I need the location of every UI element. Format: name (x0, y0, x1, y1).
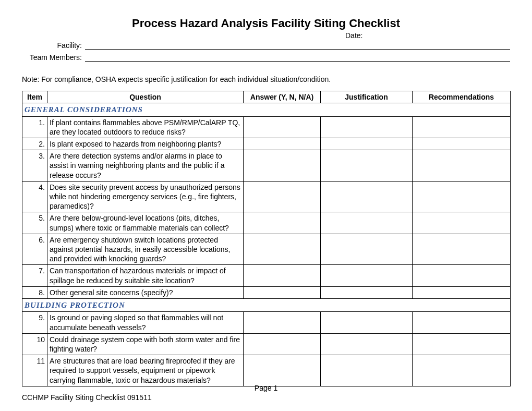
page-footer: Page 1 CCHMP Facility Siting Checklist 0… (22, 384, 510, 402)
doc-id: CCHMP Facility Siting Checklist 091511 (22, 393, 510, 402)
answer-cell (244, 265, 321, 286)
date-label: Date: (345, 31, 362, 40)
justification-cell (321, 234, 413, 265)
recommendations-cell (413, 138, 511, 150)
page-number: Page 1 (22, 384, 510, 392)
table-row: 6.Are emergency shutdown switch location… (22, 234, 511, 265)
item-number: 8. (22, 286, 47, 298)
section-header: GENERAL CONSIDERATIONS (22, 103, 511, 117)
answer-cell (244, 286, 321, 298)
table-row: 4.Does site security prevent access by u… (22, 181, 511, 212)
table-row: 10Could drainage system cope with both s… (22, 333, 511, 355)
justification-cell (321, 286, 413, 298)
question-cell: Is ground or paving sloped so that flamm… (47, 312, 244, 333)
recommendations-cell (413, 286, 511, 298)
recommendations-cell (413, 150, 511, 182)
answer-cell (244, 116, 321, 138)
recommendations-cell (413, 181, 511, 212)
justification-cell (321, 312, 413, 333)
recommendations-cell (413, 265, 511, 286)
facility-line (85, 41, 510, 50)
question-cell: Other general site concerns (specify)? (47, 286, 244, 298)
item-number: 2. (22, 138, 47, 150)
answer-cell (244, 138, 321, 150)
recommendations-cell (413, 234, 511, 265)
justification-cell (321, 355, 413, 386)
justification-cell (321, 212, 413, 234)
table-row: 7.Can transportation of hazardous materi… (22, 265, 511, 286)
section-header: BUILDING PROTECTION (22, 298, 511, 312)
checklist-table: Item Question Answer (Y, N, N/A) Justifi… (22, 91, 511, 386)
question-cell: Is plant exposed to hazards from neighbo… (47, 138, 244, 150)
question-cell: Are emergency shutdown switch locations … (47, 234, 244, 265)
recommendations-cell (413, 355, 511, 386)
item-number: 1. (22, 116, 47, 138)
team-line (85, 53, 510, 62)
answer-cell (244, 181, 321, 212)
question-cell: If plant contains flammables above PSM/R… (47, 116, 244, 138)
recommendations-cell (413, 312, 511, 333)
justification-cell (321, 116, 413, 138)
team-row: Team Members: (22, 53, 510, 62)
col-answer: Answer (Y, N, N/A) (244, 91, 321, 103)
facility-label: Facility: (22, 41, 85, 50)
item-number: 11 (22, 355, 47, 386)
table-row: 8.Other general site concerns (specify)? (22, 286, 511, 298)
note-text: Note: For compliance, OSHA expects speci… (22, 75, 510, 83)
question-cell: Are there detection systems and/or alarm… (47, 150, 244, 182)
table-header-row: Item Question Answer (Y, N, N/A) Justifi… (22, 91, 511, 103)
question-cell: Could drainage system cope with both sto… (47, 333, 244, 355)
answer-cell (244, 150, 321, 182)
col-justification: Justification (321, 91, 413, 103)
item-number: 9. (22, 312, 47, 333)
recommendations-cell (413, 212, 511, 234)
table-row: 2.Is plant exposed to hazards from neigh… (22, 138, 511, 150)
answer-cell (244, 355, 321, 386)
justification-cell (321, 138, 413, 150)
facility-row: Date: Facility: (22, 41, 510, 50)
table-row: 9.Is ground or paving sloped so that fla… (22, 312, 511, 333)
col-item: Item (22, 91, 47, 103)
answer-cell (244, 312, 321, 333)
question-cell: Are structures that are load bearing fir… (47, 355, 244, 386)
justification-cell (321, 265, 413, 286)
item-number: 10 (22, 333, 47, 355)
recommendations-cell (413, 333, 511, 355)
item-number: 4. (22, 181, 47, 212)
question-cell: Does site security prevent access by una… (47, 181, 244, 212)
answer-cell (244, 333, 321, 355)
justification-cell (321, 150, 413, 182)
answer-cell (244, 234, 321, 265)
justification-cell (321, 181, 413, 212)
item-number: 5. (22, 212, 47, 234)
table-row: 11Are structures that are load bearing f… (22, 355, 511, 386)
answer-cell (244, 212, 321, 234)
table-row: 1.If plant contains flammables above PSM… (22, 116, 511, 138)
table-row: 3.Are there detection systems and/or ala… (22, 150, 511, 182)
question-cell: Can transportation of hazardous material… (47, 265, 244, 286)
col-recommendations: Recommendations (413, 91, 511, 103)
item-number: 6. (22, 234, 47, 265)
item-number: 3. (22, 150, 47, 182)
table-row: 5.Are there below-ground-level locations… (22, 212, 511, 234)
question-cell: Are there below-ground-level locations (… (47, 212, 244, 234)
justification-cell (321, 333, 413, 355)
recommendations-cell (413, 116, 511, 138)
page-title: Process Hazard Analysis Facility Siting … (22, 17, 510, 30)
team-label: Team Members: (22, 53, 85, 62)
col-question: Question (47, 91, 244, 103)
item-number: 7. (22, 265, 47, 286)
